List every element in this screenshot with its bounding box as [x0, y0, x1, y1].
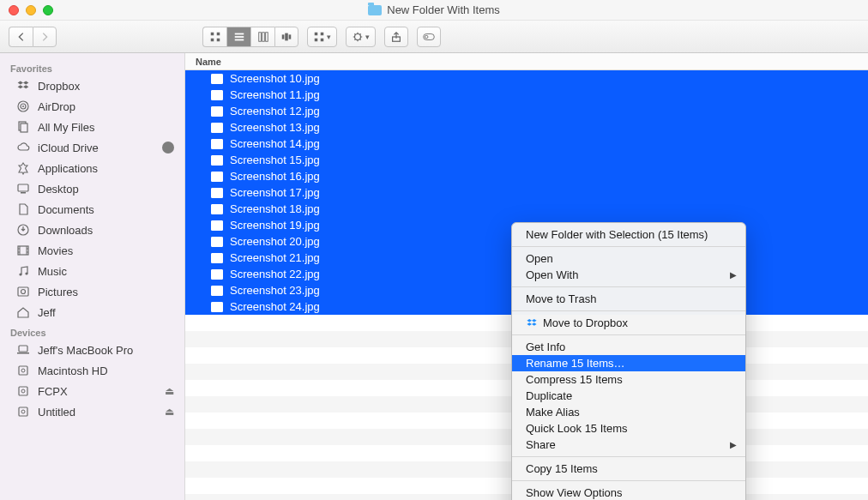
- file-name: Screenshot 12.jpg: [230, 105, 320, 117]
- share-button[interactable]: [384, 27, 408, 47]
- image-file-icon: [211, 155, 223, 166]
- image-file-icon: [211, 123, 223, 133]
- minimize-window-button[interactable]: [26, 5, 36, 15]
- sidebar-item-label: Downloads: [38, 224, 93, 237]
- menu-item[interactable]: Make Alias: [512, 404, 745, 420]
- dropbox-icon: [15, 78, 31, 93]
- menu-item[interactable]: Duplicate: [512, 388, 745, 404]
- sidebar-item-allmyfiles[interactable]: All My Files: [0, 117, 184, 137]
- sidebar-item-mbp[interactable]: Jeff's MacBook Pro: [0, 340, 184, 360]
- sidebar-item-documents[interactable]: Documents: [0, 199, 184, 220]
- svg-point-41: [21, 410, 25, 413]
- file-row[interactable]: Screenshot 18.jpg: [185, 201, 868, 217]
- back-button[interactable]: [9, 27, 33, 47]
- svg-rect-0: [210, 32, 214, 35]
- documents-icon: [15, 202, 31, 217]
- view-column-button[interactable]: [250, 27, 274, 47]
- sidebar-item-downloads[interactable]: Downloads: [0, 220, 184, 240]
- menu-item[interactable]: Move to Trash: [512, 291, 745, 307]
- menu-item[interactable]: Open: [512, 250, 745, 267]
- image-file-icon: [211, 302, 223, 312]
- disk-icon: [15, 404, 31, 419]
- file-row[interactable]: Screenshot 14.jpg: [185, 136, 868, 152]
- disk-icon: [15, 383, 31, 399]
- file-row[interactable]: Screenshot 15.jpg: [185, 152, 868, 168]
- file-name: Screenshot 15.jpg: [230, 154, 320, 166]
- image-file-icon: [211, 220, 223, 231]
- image-file-icon: [211, 172, 223, 182]
- menu-item[interactable]: Share: [512, 437, 745, 453]
- sidebar-item-music[interactable]: Music: [0, 261, 184, 281]
- menu-item[interactable]: Compress 15 Items: [512, 371, 745, 388]
- arrange-button[interactable]: ▾: [307, 27, 337, 47]
- menu-item-label: Move to Trash: [526, 292, 596, 305]
- sidebar-item-home[interactable]: Jeff: [0, 302, 184, 322]
- window-title-text: New Folder With Items: [387, 3, 499, 16]
- sidebar-item-dropbox[interactable]: Dropbox: [0, 75, 184, 96]
- menu-item[interactable]: Quick Look 15 Items: [512, 420, 745, 437]
- menu-item-label: New Folder with Selection (15 Items): [526, 228, 708, 241]
- menu-item-label: Rename 15 Items…: [526, 357, 625, 370]
- menu-item[interactable]: Get Info: [512, 339, 745, 355]
- view-icon-button[interactable]: [202, 27, 226, 47]
- sidebar-item-movies[interactable]: Movies: [0, 240, 184, 261]
- file-row[interactable]: Screenshot 16.jpg: [185, 168, 868, 184]
- progress-badge-icon: [162, 142, 174, 154]
- file-name: Screenshot 16.jpg: [230, 170, 320, 183]
- view-coverflow-button[interactable]: [274, 27, 298, 47]
- sidebar-item-untitled[interactable]: Untitled⏏: [0, 401, 184, 422]
- arrange-group: ▾: [307, 27, 337, 47]
- menu-item[interactable]: Open With: [512, 267, 745, 283]
- eject-icon[interactable]: ⏏: [165, 385, 174, 397]
- action-button[interactable]: ▾: [346, 27, 376, 47]
- action-group: ▾: [346, 27, 376, 47]
- file-row[interactable]: Screenshot 10.jpg: [185, 70, 868, 87]
- menu-item[interactable]: Show View Options: [512, 485, 745, 500]
- sidebar-item-label: All My Files: [38, 121, 94, 134]
- file-row[interactable]: Screenshot 17.jpg: [185, 184, 868, 201]
- svg-rect-35: [17, 352, 29, 354]
- file-row[interactable]: Screenshot 12.jpg: [185, 103, 868, 119]
- menu-item[interactable]: Copy 15 Items: [512, 461, 745, 477]
- sidebar-item-applications[interactable]: Applications: [0, 158, 184, 178]
- menu-separator: [512, 286, 745, 287]
- tags-button[interactable]: [417, 27, 441, 47]
- menu-item-label: Duplicate: [526, 389, 572, 402]
- file-name: Screenshot 10.jpg: [230, 72, 320, 85]
- sidebar-item-desktop[interactable]: Desktop: [0, 178, 184, 199]
- zoom-window-button[interactable]: [43, 5, 53, 15]
- menu-item-label: Open: [526, 252, 553, 265]
- svg-point-30: [19, 273, 21, 275]
- file-row[interactable]: Screenshot 13.jpg: [185, 119, 868, 136]
- toolbar: ▾ ▾: [0, 21, 868, 53]
- menu-item-label: Share: [526, 438, 556, 451]
- svg-rect-7: [258, 32, 261, 41]
- menu-item[interactable]: Rename 15 Items…: [512, 355, 745, 371]
- menu-item[interactable]: New Folder with Selection (15 Items): [512, 226, 745, 243]
- image-file-icon: [211, 139, 223, 149]
- sidebar-item-machd[interactable]: Macintosh HD: [0, 360, 184, 381]
- svg-rect-10: [282, 34, 285, 39]
- sidebar-item-fcpx[interactable]: FCPX⏏: [0, 381, 184, 401]
- cloud-icon: [15, 140, 31, 155]
- column-header-name[interactable]: Name: [185, 53, 868, 70]
- sidebar-item-icloud[interactable]: iCloud Drive: [0, 137, 184, 158]
- file-row[interactable]: Screenshot 11.jpg: [185, 87, 868, 103]
- view-list-button[interactable]: [226, 27, 250, 47]
- svg-point-33: [21, 290, 26, 294]
- sidebar-item-label: Applications: [38, 162, 98, 175]
- image-file-icon: [211, 74, 223, 84]
- menu-item[interactable]: Move to Dropbox: [512, 315, 745, 331]
- menu-separator: [512, 334, 745, 335]
- dropbox-icon: [526, 317, 538, 329]
- svg-rect-15: [315, 38, 318, 41]
- menu-item-label: Open With: [526, 268, 578, 281]
- eject-icon[interactable]: ⏏: [165, 406, 174, 418]
- close-window-button[interactable]: [9, 5, 19, 15]
- svg-point-20: [425, 35, 428, 39]
- sidebar-item-airdrop[interactable]: AirDrop: [0, 96, 184, 117]
- svg-point-31: [25, 272, 27, 274]
- sidebar-item-pictures[interactable]: Pictures: [0, 281, 184, 302]
- titlebar: New Folder With Items: [0, 0, 868, 21]
- forward-button[interactable]: [33, 27, 57, 47]
